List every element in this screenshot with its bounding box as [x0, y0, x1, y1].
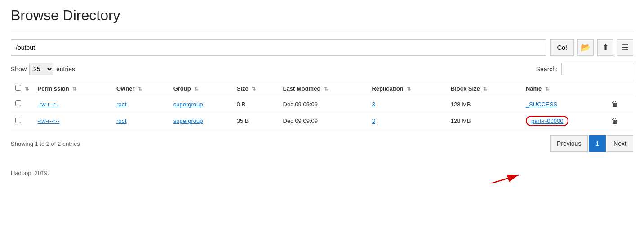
row-checkbox[interactable]: [15, 100, 21, 106]
td-checkbox: [11, 112, 33, 130]
sort-icon-last-modified: ⇅: [324, 86, 328, 92]
th-size[interactable]: Size ⇅: [232, 81, 279, 96]
folder-icon: 📂: [581, 43, 591, 52]
th-owner[interactable]: Owner ⇅: [112, 81, 169, 96]
th-block-size[interactable]: Block Size ⇅: [446, 81, 521, 96]
list-icon-button[interactable]: ☰: [617, 39, 633, 56]
footer-note: Hadoop, 2019.: [11, 170, 633, 176]
td-checkbox: [11, 96, 33, 112]
table-row: -rw-r--r--rootsupergroup35 BDec 09 09:09…: [11, 112, 633, 130]
td-size: 35 B: [232, 112, 279, 130]
name-link[interactable]: _SUCCESS: [526, 101, 557, 108]
sort-icon-replication: ⇅: [407, 86, 411, 92]
controls-row: Show 10 25 50 100 entries Search:: [11, 63, 633, 75]
replication-link[interactable]: 3: [372, 101, 375, 108]
next-button[interactable]: Next: [607, 135, 633, 152]
th-replication[interactable]: Replication ⇅: [367, 81, 446, 96]
row-checkbox[interactable]: [15, 118, 21, 123]
previous-button[interactable]: Previous: [550, 135, 588, 152]
th-checkbox: ⇅: [11, 81, 33, 96]
td-actions: 🗑: [607, 96, 633, 112]
th-permission[interactable]: Permission ⇅: [33, 81, 112, 96]
show-label: Show: [11, 65, 27, 73]
th-actions: [607, 81, 633, 96]
td-size: 0 B: [232, 96, 279, 112]
folder-icon-button[interactable]: 📂: [577, 39, 594, 56]
page-1-button[interactable]: 1: [589, 135, 606, 152]
group-link[interactable]: supergroup: [173, 118, 203, 124]
th-last-modified[interactable]: Last Modified ⇅: [279, 81, 368, 96]
sort-icon-block-size: ⇅: [483, 86, 487, 92]
td-last-modified: Dec 09 09:09: [279, 112, 368, 130]
upload-icon-button[interactable]: ⬆: [597, 39, 613, 56]
entries-label: entries: [56, 65, 75, 73]
search-label: Search:: [536, 65, 558, 73]
search-input[interactable]: [561, 63, 633, 75]
th-name[interactable]: Name ⇅: [521, 81, 607, 96]
path-bar: Go! 📂 ⬆ ☰: [11, 39, 633, 56]
sort-icon-name: ⇅: [545, 86, 549, 92]
directory-table: ⇅ Permission ⇅ Owner ⇅ Group ⇅ Size ⇅: [11, 81, 633, 130]
pagination: Previous 1 Next: [550, 135, 633, 152]
td-last-modified: Dec 09 09:09: [279, 96, 368, 112]
td-name: _SUCCESS: [521, 96, 607, 112]
showing-text: Showing 1 to 2 of 2 entries: [11, 140, 80, 147]
th-group[interactable]: Group ⇅: [169, 81, 232, 96]
path-input[interactable]: [11, 39, 546, 56]
search-area: Search:: [536, 63, 633, 75]
show-entries: Show 10 25 50 100 entries: [11, 63, 75, 75]
list-icon: ☰: [622, 43, 629, 52]
replication-link[interactable]: 3: [372, 118, 375, 124]
td-block-size: 128 MB: [446, 112, 521, 130]
table-header-row: ⇅ Permission ⇅ Owner ⇅ Group ⇅ Size ⇅: [11, 81, 633, 96]
footer-row: Showing 1 to 2 of 2 entries Previous 1 N…: [11, 135, 633, 152]
owner-link[interactable]: root: [116, 101, 126, 108]
table-container: ⇅ Permission ⇅ Owner ⇅ Group ⇅ Size ⇅: [11, 81, 633, 130]
name-link-highlighted[interactable]: part-r-00000: [526, 116, 569, 126]
entries-select[interactable]: 10 25 50 100: [29, 63, 53, 75]
owner-link[interactable]: root: [116, 118, 126, 124]
group-link[interactable]: supergroup: [173, 101, 203, 108]
delete-button[interactable]: 🗑: [611, 117, 618, 125]
td-block-size: 128 MB: [446, 96, 521, 112]
td-name: part-r-00000: [521, 112, 607, 130]
permission-link[interactable]: -rw-r--r--: [38, 101, 59, 108]
sort-icon-size: ⇅: [252, 86, 256, 92]
td-actions: 🗑: [607, 112, 633, 130]
select-all-checkbox[interactable]: [15, 85, 21, 91]
delete-button[interactable]: 🗑: [611, 100, 618, 108]
table-row: -rw-r--r--rootsupergroup0 BDec 09 09:093…: [11, 96, 633, 112]
permission-link[interactable]: -rw-r--r--: [38, 118, 59, 124]
sort-icon-permission: ⇅: [72, 86, 76, 92]
go-button[interactable]: Go!: [550, 39, 574, 56]
page-title: Browse Directory: [11, 7, 633, 24]
sort-icon-owner: ⇅: [138, 86, 142, 92]
sort-icon-checkbox: ⇅: [25, 86, 29, 92]
upload-icon: ⬆: [602, 43, 609, 52]
sort-icon-group: ⇅: [194, 86, 198, 92]
